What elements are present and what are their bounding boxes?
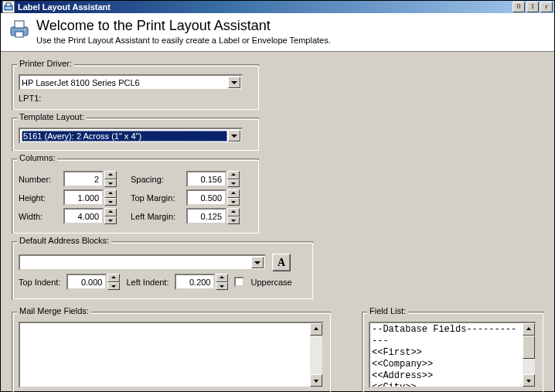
spin-down-icon[interactable]	[216, 282, 228, 291]
scroll-up-icon[interactable]	[523, 323, 535, 336]
svg-rect-1	[6, 3, 11, 6]
field-list-legend: Field List:	[367, 306, 408, 315]
list-item[interactable]: <<City>>	[372, 382, 521, 387]
spacing-label: Spacing:	[131, 175, 186, 184]
address-blocks-group: Default Address Blocks: A Top Indent: Le…	[12, 241, 313, 299]
spin-up-icon[interactable]	[227, 189, 240, 198]
leftindent-label: Left Indent:	[126, 278, 169, 287]
window-frame: Label Layout Assistant 0 1 r Welcome to …	[0, 0, 555, 392]
mail-merge-group: Mail Merge Fields:	[12, 312, 331, 392]
topindent-label: Top Indent:	[19, 278, 60, 287]
number-stepper[interactable]	[63, 171, 117, 187]
mail-merge-textarea[interactable]	[19, 322, 324, 388]
spin-up-icon[interactable]	[104, 208, 117, 216]
spin-up-icon[interactable]	[104, 189, 117, 198]
list-item[interactable]: <<Company>>	[372, 359, 521, 370]
columns-legend: Columns:	[17, 153, 57, 162]
spacing-stepper[interactable]	[186, 171, 240, 187]
spin-down-icon[interactable]	[107, 282, 120, 291]
spin-up-icon[interactable]	[227, 171, 240, 179]
list-item[interactable]: <<Address>>	[372, 370, 521, 382]
spin-up-icon[interactable]	[107, 274, 120, 282]
template-layout-select[interactable]: 5161 (Avery): 2 Across (1" x 4")	[19, 128, 243, 144]
spin-down-icon[interactable]	[104, 216, 117, 225]
list-item[interactable]: <<First>>	[372, 347, 521, 359]
svg-point-5	[24, 29, 26, 30]
printer-driver-legend: Printer Driver:	[17, 59, 74, 68]
leftindent-stepper[interactable]	[175, 274, 228, 290]
mail-merge-legend: Mail Merge Fields:	[17, 306, 91, 315]
minimize-button[interactable]: 0	[512, 2, 525, 12]
spin-down-icon[interactable]	[227, 216, 240, 225]
scroll-down-icon[interactable]	[310, 374, 322, 387]
scroll-up-icon[interactable]	[310, 323, 322, 336]
spin-up-icon[interactable]	[104, 171, 117, 179]
width-label: Width:	[19, 212, 63, 221]
printer-driver-select[interactable]: HP LaserJet 8100 Series PCL6	[19, 74, 243, 90]
leftmargin-label: Left Margin:	[131, 212, 186, 221]
scrollbar[interactable]	[310, 323, 322, 387]
scrollbar[interactable]	[523, 323, 535, 387]
spin-up-icon[interactable]	[227, 208, 240, 216]
uppercase-checkbox[interactable]	[234, 277, 244, 287]
columns-group: Columns: Number: Spacing: Height:	[12, 159, 259, 233]
printer-driver-group: Printer Driver: HP LaserJet 8100 Series …	[12, 64, 259, 110]
topindent-stepper[interactable]	[66, 274, 120, 290]
spin-down-icon[interactable]	[104, 179, 117, 188]
spin-down-icon[interactable]	[104, 198, 117, 206]
field-list[interactable]: --Database Fields------------<<First>><<…	[369, 322, 536, 388]
number-label: Number:	[19, 175, 63, 184]
title-bar[interactable]: Label Layout Assistant 0 1 r	[1, 1, 554, 13]
chevron-down-icon[interactable]	[251, 257, 264, 268]
topmargin-label: Top Margin:	[131, 193, 186, 203]
spin-down-icon[interactable]	[227, 198, 240, 206]
field-list-group: Field List: --Database Fields-----------…	[362, 312, 543, 392]
spin-down-icon[interactable]	[227, 179, 240, 188]
printer-port-label: LPT1:	[19, 94, 252, 103]
template-layout-group: Template Layout: 5161 (Avery): 2 Across …	[12, 118, 259, 151]
page-subtitle: Use the Print Layout Assistant to easily…	[36, 36, 331, 45]
svg-rect-3	[15, 21, 24, 28]
height-stepper[interactable]	[63, 189, 117, 206]
height-label: Height:	[19, 193, 63, 203]
window-title: Label Layout Assistant	[18, 2, 511, 12]
maximize-button[interactable]: 1	[526, 2, 539, 12]
chevron-down-icon[interactable]	[228, 130, 240, 141]
address-block-select[interactable]	[19, 254, 266, 271]
app-icon	[2, 1, 15, 13]
font-button[interactable]: A	[272, 254, 291, 271]
template-layout-legend: Template Layout:	[17, 112, 87, 121]
scroll-down-icon[interactable]	[523, 374, 535, 387]
uppercase-label: Uppercase	[250, 278, 291, 287]
printer-icon	[9, 18, 30, 39]
topmargin-stepper[interactable]	[186, 189, 240, 206]
width-stepper[interactable]	[63, 208, 117, 224]
header-panel: Welcome to the Print Layout Assistant Us…	[1, 13, 554, 52]
page-title: Welcome to the Print Layout Assistant	[36, 18, 331, 34]
list-item[interactable]: --Database Fields------------	[372, 324, 521, 347]
scroll-thumb[interactable]	[523, 336, 535, 359]
close-window-button[interactable]: r	[540, 2, 553, 12]
svg-rect-4	[15, 32, 23, 37]
leftmargin-stepper[interactable]	[186, 208, 240, 224]
address-blocks-legend: Default Address Blocks:	[17, 236, 111, 245]
spin-up-icon[interactable]	[216, 274, 228, 282]
chevron-down-icon[interactable]	[228, 77, 240, 88]
